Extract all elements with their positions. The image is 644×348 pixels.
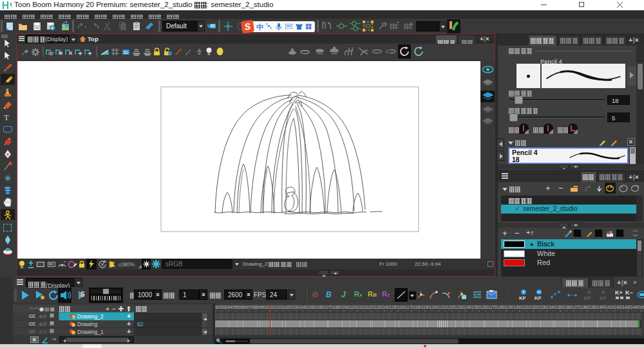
svg-text:A: A: [410, 22, 413, 26]
svg-text:K+: K+: [615, 289, 623, 296]
svg-text:L: L: [491, 93, 493, 96]
svg-text:KF: KF: [600, 295, 607, 301]
svg-text:KF: KF: [584, 295, 591, 301]
svg-text:KF: KF: [535, 295, 542, 301]
svg-text:KF: KF: [519, 295, 526, 301]
svg-text:3D: 3D: [123, 50, 129, 55]
svg-text:K−: K−: [625, 289, 633, 296]
